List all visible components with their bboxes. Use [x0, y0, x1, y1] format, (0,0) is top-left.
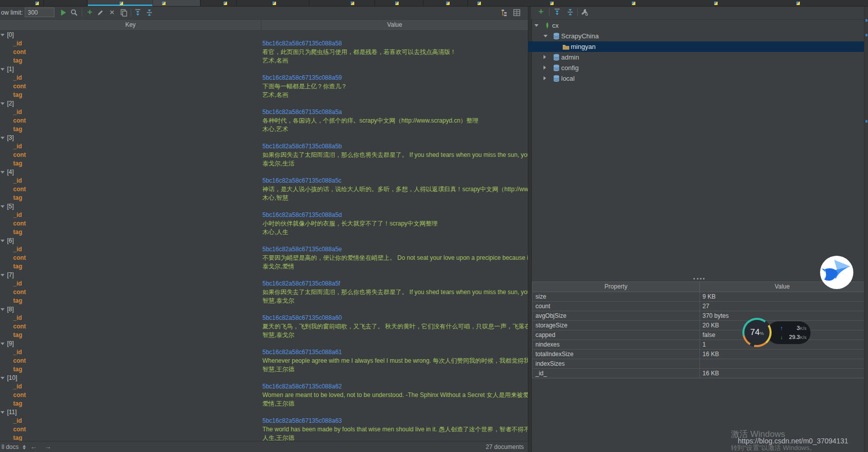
field-row-id[interactable]: _id 5bc16c82a58c67135c088a5f	[0, 279, 528, 288]
document-block[interactable]: [1] _id 5bc16c82a58c67135c088a59 cont 下面…	[0, 65, 528, 99]
document-index-row[interactable]: [4]	[0, 168, 528, 177]
stats-splitter-grip[interactable]	[693, 278, 704, 281]
docs-filter-spinner-icon[interactable]	[22, 444, 26, 450]
mongo-explorer-tree[interactable]: cx ScrapyChina mingyan admin config loca…	[528, 20, 864, 87]
expand-caret-icon[interactable]	[1, 68, 5, 71]
expand-all-button[interactable]	[553, 8, 561, 16]
field-row-tag[interactable]: tag 智慧,王尔德	[0, 365, 528, 374]
stats-row[interactable]: totalIndexSize 16 KB	[532, 350, 865, 359]
value-column-header[interactable]: Value	[261, 20, 528, 30]
settings-wrench-icon[interactable]	[580, 8, 588, 16]
document-index-row[interactable]: [5]	[0, 202, 528, 211]
field-row-cont[interactable]: cont 如果你因失去了太阳而流泪，那么你也将失去群星了。 If you she…	[0, 151, 528, 159]
tree-node-scrapychina[interactable]: ScrapyChina	[528, 31, 864, 41]
field-row-id[interactable]: _id 5bc16c82a58c67135c088a5d	[0, 211, 528, 219]
collapse-all-button[interactable]	[566, 8, 574, 16]
caret-collapsed-icon[interactable]	[544, 76, 546, 80]
document-index-row[interactable]: [11]	[0, 408, 528, 417]
field-row-id[interactable]: _id 5bc16c82a58c67135c088a62	[0, 382, 528, 391]
caret-expanded-icon[interactable]	[534, 24, 538, 27]
tree-node-config[interactable]: config	[528, 63, 864, 73]
field-row-tag[interactable]: tag 爱情,王尔德	[0, 400, 528, 408]
view-as-table-button[interactable]	[513, 9, 521, 17]
field-row-id[interactable]: _id 5bc16c82a58c67135c088a5b	[0, 142, 528, 151]
document-block[interactable]: [2] _id 5bc16c82a58c67135c088a5a cont 各种…	[0, 99, 528, 134]
stats-row[interactable]: count 27	[532, 302, 865, 311]
results-grid[interactable]: [0] _id 5bc16c82a58c67135c088a58 cont 看官…	[0, 30, 528, 441]
document-block[interactable]: [7] _id 5bc16c82a58c67135c088a5f cont 如果…	[0, 271, 528, 305]
field-row-tag[interactable]: tag 艺术,名画	[0, 91, 528, 99]
document-block[interactable]: [10] _id 5bc16c82a58c67135c088a62 cont W…	[0, 374, 528, 408]
field-row-cont[interactable]: cont 不要因为峭壁是高的，便让你的爱情坐在峭壁上。 Do not seat …	[0, 254, 528, 262]
document-block[interactable]: [11] _id 5bc16c82a58c67135c088a63 cont T…	[0, 408, 528, 441]
field-row-tag[interactable]: tag 智慧,泰戈尔	[0, 297, 528, 305]
document-block[interactable]: [8] _id 5bc16c82a58c67135c088a60 cont 夏天…	[0, 305, 528, 340]
field-row-id[interactable]: _id 5bc16c82a58c67135c088a5c	[0, 177, 528, 185]
field-row-cont[interactable]: cont 夏天的飞鸟，飞到我的窗前唱歌，又飞去了。 秋天的黄叶，它们没有什么可唱…	[0, 322, 528, 331]
field-row-cont[interactable]: cont Whenever people agree with me I alw…	[0, 357, 528, 365]
document-index-row[interactable]: [6]	[0, 237, 528, 245]
document-index-row[interactable]: [7]	[0, 271, 528, 279]
tree-node-local[interactable]: local	[528, 73, 864, 84]
field-row-cont[interactable]: cont 下面每一幅都是上亿？你造几？	[0, 82, 528, 91]
run-query-button[interactable]	[60, 9, 68, 17]
expand-caret-icon[interactable]	[1, 308, 5, 311]
tree-node-admin[interactable]: admin	[528, 52, 864, 63]
caret-collapsed-icon[interactable]	[544, 55, 546, 59]
field-row-tag[interactable]: tag 泰戈尔,爱情	[0, 262, 528, 271]
add-document-button[interactable]: +	[86, 9, 94, 17]
xunlei-bird-logo[interactable]	[820, 256, 853, 289]
document-block[interactable]: [5] _id 5bc16c82a58c67135c088a5d cont 小时…	[0, 202, 528, 237]
search-icon[interactable]	[70, 9, 78, 17]
field-row-id[interactable]: _id 5bc16c82a58c67135c088a58	[0, 39, 528, 48]
tree-node-mingyan-selected[interactable]: mingyan	[528, 41, 864, 52]
field-row-tag[interactable]: tag 智慧,泰戈尔	[0, 331, 528, 340]
tab[interactable]	[153, 0, 200, 6]
stats-row[interactable]: storageSize 20 KB	[532, 321, 865, 330]
document-index-row[interactable]: [2]	[0, 99, 528, 108]
document-index-row[interactable]: [3]	[0, 134, 528, 142]
page-forward-button[interactable]: →	[44, 442, 51, 450]
key-column-header[interactable]: Key	[0, 20, 261, 30]
field-row-tag[interactable]: tag 木心,智慧	[0, 194, 528, 202]
expand-caret-icon[interactable]	[1, 274, 5, 276]
field-row-cont[interactable]: cont 小时的伙伴就像小时的衣服，长大就穿不了了！scrapy中文网整理	[0, 219, 528, 228]
stats-row[interactable]: indexSizes	[532, 359, 865, 369]
field-row-id[interactable]: _id 5bc16c82a58c67135c088a61	[0, 348, 528, 357]
expand-caret-icon[interactable]	[1, 34, 5, 36]
field-row-id[interactable]: _id 5bc16c82a58c67135c088a60	[0, 314, 528, 322]
view-as-tree-button[interactable]	[501, 9, 509, 17]
caret-expanded-icon[interactable]	[544, 35, 548, 37]
document-block[interactable]: [6] _id 5bc16c82a58c67135c088a5e cont 不要…	[0, 237, 528, 271]
field-row-tag[interactable]: tag 艺术,名画	[0, 56, 528, 65]
document-index-row[interactable]: [10]	[0, 374, 528, 382]
tree-scrollbar[interactable]	[864, 6, 868, 452]
field-row-cont[interactable]: cont Women are meant to be loved, not to…	[0, 391, 528, 400]
row-limit-input[interactable]	[25, 8, 55, 17]
field-row-cont[interactable]: cont 神话，是大人说小孩的话，说给大人听的。多听，多想，人得以返璞归真！sc…	[0, 185, 528, 194]
expand-all-button[interactable]	[134, 9, 142, 17]
expand-caret-icon[interactable]	[1, 205, 5, 208]
add-server-button[interactable]: +	[537, 8, 545, 16]
field-row-tag[interactable]: tag 人生,王尔德	[0, 434, 528, 441]
document-block[interactable]: [9] _id 5bc16c82a58c67135c088a61 cont Wh…	[0, 340, 528, 374]
network-speed-pill[interactable]: ↑ 3K/s ↓ 29.3K/s	[767, 321, 810, 344]
field-row-id[interactable]: _id 5bc16c82a58c67135c088a5a	[0, 108, 528, 117]
page-back-button[interactable]: ←	[30, 442, 37, 450]
field-row-tag[interactable]: tag 木心,人生	[0, 228, 528, 237]
document-block[interactable]: [4] _id 5bc16c82a58c67135c088a5c cont 神话…	[0, 168, 528, 202]
copy-document-button[interactable]	[120, 9, 128, 17]
stats-row[interactable]: _id_ 16 KB	[532, 369, 865, 378]
expand-caret-icon[interactable]	[1, 343, 5, 345]
expand-caret-icon[interactable]	[1, 377, 5, 379]
document-index-row[interactable]: [9]	[0, 340, 528, 348]
docs-filter-select[interactable]: ll docs	[2, 443, 19, 450]
editor-tab-strip[interactable]	[0, 0, 868, 7]
speed-gauge[interactable]: 74%	[742, 318, 772, 347]
document-index-row[interactable]: [8]	[0, 305, 528, 314]
expand-caret-icon[interactable]	[1, 137, 5, 139]
field-row-id[interactable]: _id 5bc16c82a58c67135c088a63	[0, 417, 528, 425]
stats-row[interactable]: size 9 KB	[532, 292, 865, 302]
field-row-cont[interactable]: cont The world has been made by fools th…	[0, 425, 528, 434]
expand-caret-icon[interactable]	[1, 411, 5, 414]
